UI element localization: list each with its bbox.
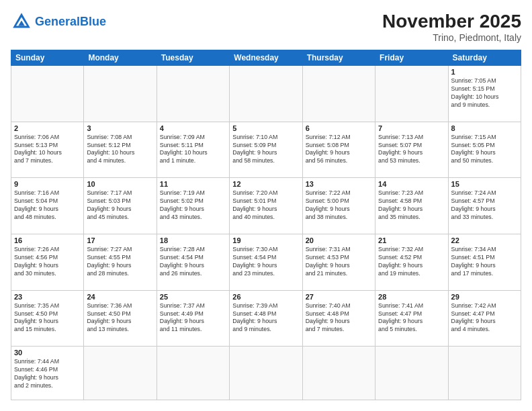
col-header-saturday: Saturday: [448, 50, 521, 66]
day-number: 3: [87, 124, 153, 132]
calendar-cell: 15Sunrise: 7:24 AM Sunset: 4:57 PM Dayli…: [448, 178, 521, 234]
day-info: Sunrise: 7:15 AM Sunset: 5:05 PM Dayligh…: [451, 134, 518, 166]
calendar-cell: 30Sunrise: 7:44 AM Sunset: 4:46 PM Dayli…: [11, 347, 84, 400]
header: GeneralBlue November 2025 Trino, Piedmon…: [11, 11, 521, 43]
day-info: Sunrise: 7:12 AM Sunset: 5:08 PM Dayligh…: [306, 134, 372, 166]
day-info: Sunrise: 7:42 AM Sunset: 4:47 PM Dayligh…: [451, 302, 518, 334]
calendar-cell: [302, 66, 375, 122]
calendar-cell: 17Sunrise: 7:27 AM Sunset: 4:55 PM Dayli…: [84, 234, 157, 291]
day-info: Sunrise: 7:40 AM Sunset: 4:48 PM Dayligh…: [306, 302, 372, 334]
calendar-cell: 1Sunrise: 7:05 AM Sunset: 5:15 PM Daylig…: [448, 66, 521, 122]
calendar-cell: 19Sunrise: 7:30 AM Sunset: 4:54 PM Dayli…: [230, 234, 302, 291]
calendar-cell: [157, 347, 229, 400]
calendar-cell: 21Sunrise: 7:32 AM Sunset: 4:52 PM Dayli…: [375, 234, 448, 291]
calendar-cell: 8Sunrise: 7:15 AM Sunset: 5:05 PM Daylig…: [448, 122, 521, 178]
day-number: 30: [14, 349, 81, 357]
month-title: November 2025: [382, 11, 521, 32]
day-info: Sunrise: 7:26 AM Sunset: 4:56 PM Dayligh…: [14, 246, 81, 278]
calendar-cell: [375, 66, 448, 122]
day-number: 20: [306, 236, 372, 244]
day-info: Sunrise: 7:27 AM Sunset: 4:55 PM Dayligh…: [87, 246, 153, 278]
day-info: Sunrise: 7:16 AM Sunset: 5:04 PM Dayligh…: [14, 189, 81, 222]
calendar-cell: 23Sunrise: 7:35 AM Sunset: 4:50 PM Dayli…: [11, 290, 84, 347]
day-number: 10: [87, 180, 153, 188]
calendar-week-4: 16Sunrise: 7:26 AM Sunset: 4:56 PM Dayli…: [11, 234, 521, 291]
day-info: Sunrise: 7:22 AM Sunset: 5:00 PM Dayligh…: [306, 189, 372, 222]
calendar-cell: [157, 66, 229, 122]
day-number: 18: [160, 236, 226, 244]
calendar-cell: 14Sunrise: 7:23 AM Sunset: 4:58 PM Dayli…: [375, 178, 448, 234]
calendar-cell: 25Sunrise: 7:37 AM Sunset: 4:49 PM Dayli…: [157, 290, 229, 347]
calendar-cell: [230, 347, 302, 400]
day-number: 4: [160, 124, 226, 132]
day-info: Sunrise: 7:24 AM Sunset: 4:57 PM Dayligh…: [451, 189, 518, 222]
day-number: 23: [14, 293, 81, 301]
calendar-cell: 4Sunrise: 7:09 AM Sunset: 5:11 PM Daylig…: [157, 122, 229, 178]
subtitle: Trino, Piedmont, Italy: [382, 32, 521, 43]
day-number: 16: [14, 236, 81, 244]
calendar-header-row: SundayMondayTuesdayWednesdayThursdayFrid…: [11, 50, 521, 66]
day-number: 9: [14, 180, 81, 188]
col-header-wednesday: Wednesday: [230, 50, 302, 66]
day-number: 22: [451, 236, 518, 244]
calendar-cell: 22Sunrise: 7:34 AM Sunset: 4:51 PM Dayli…: [448, 234, 521, 291]
day-info: Sunrise: 7:28 AM Sunset: 4:54 PM Dayligh…: [160, 246, 226, 278]
calendar-cell: 20Sunrise: 7:31 AM Sunset: 4:53 PM Dayli…: [302, 234, 375, 291]
day-info: Sunrise: 7:06 AM Sunset: 5:13 PM Dayligh…: [14, 134, 81, 166]
day-number: 14: [378, 180, 445, 188]
calendar-cell: 24Sunrise: 7:36 AM Sunset: 4:50 PM Dayli…: [84, 290, 157, 347]
day-number: 17: [87, 236, 153, 244]
day-info: Sunrise: 7:35 AM Sunset: 4:50 PM Dayligh…: [14, 302, 81, 334]
day-info: Sunrise: 7:10 AM Sunset: 5:09 PM Dayligh…: [232, 134, 299, 166]
calendar-week-5: 23Sunrise: 7:35 AM Sunset: 4:50 PM Dayli…: [11, 290, 521, 347]
title-block: November 2025 Trino, Piedmont, Italy: [382, 11, 521, 43]
day-number: 12: [232, 180, 299, 188]
logo-blue: Blue: [80, 15, 106, 28]
calendar-week-6: 30Sunrise: 7:44 AM Sunset: 4:46 PM Dayli…: [11, 347, 521, 400]
day-number: 11: [160, 180, 226, 188]
calendar-cell: 13Sunrise: 7:22 AM Sunset: 5:00 PM Dayli…: [302, 178, 375, 234]
day-info: Sunrise: 7:36 AM Sunset: 4:50 PM Dayligh…: [87, 302, 153, 334]
calendar-cell: 18Sunrise: 7:28 AM Sunset: 4:54 PM Dayli…: [157, 234, 229, 291]
calendar-cell: [448, 347, 521, 400]
logo: GeneralBlue: [11, 11, 106, 32]
day-number: 19: [232, 236, 299, 244]
day-number: 26: [232, 293, 299, 301]
day-number: 7: [378, 124, 445, 132]
day-number: 1: [451, 68, 518, 76]
col-header-tuesday: Tuesday: [157, 50, 229, 66]
calendar-cell: [230, 66, 302, 122]
day-info: Sunrise: 7:19 AM Sunset: 5:02 PM Dayligh…: [160, 189, 226, 222]
day-info: Sunrise: 7:08 AM Sunset: 5:12 PM Dayligh…: [87, 134, 153, 166]
calendar-week-1: 1Sunrise: 7:05 AM Sunset: 5:15 PM Daylig…: [11, 66, 521, 122]
calendar-cell: 10Sunrise: 7:17 AM Sunset: 5:03 PM Dayli…: [84, 178, 157, 234]
day-info: Sunrise: 7:34 AM Sunset: 4:51 PM Dayligh…: [451, 246, 518, 278]
calendar-cell: [84, 66, 157, 122]
calendar-cell: 26Sunrise: 7:39 AM Sunset: 4:48 PM Dayli…: [230, 290, 302, 347]
logo-icon: [11, 11, 32, 32]
day-number: 24: [87, 293, 153, 301]
day-number: 27: [306, 293, 372, 301]
col-header-sunday: Sunday: [11, 50, 84, 66]
calendar-week-3: 9Sunrise: 7:16 AM Sunset: 5:04 PM Daylig…: [11, 178, 521, 234]
day-number: 28: [378, 293, 445, 301]
calendar-week-2: 2Sunrise: 7:06 AM Sunset: 5:13 PM Daylig…: [11, 122, 521, 178]
day-info: Sunrise: 7:23 AM Sunset: 4:58 PM Dayligh…: [378, 189, 445, 222]
day-number: 13: [306, 180, 372, 188]
day-number: 25: [160, 293, 226, 301]
day-info: Sunrise: 7:20 AM Sunset: 5:01 PM Dayligh…: [232, 189, 299, 222]
page: GeneralBlue November 2025 Trino, Piedmon…: [0, 0, 532, 411]
calendar-cell: [375, 347, 448, 400]
day-info: Sunrise: 7:17 AM Sunset: 5:03 PM Dayligh…: [87, 189, 153, 222]
day-number: 2: [14, 124, 81, 132]
calendar-cell: 28Sunrise: 7:41 AM Sunset: 4:47 PM Dayli…: [375, 290, 448, 347]
day-info: Sunrise: 7:09 AM Sunset: 5:11 PM Dayligh…: [160, 134, 226, 166]
col-header-thursday: Thursday: [302, 50, 375, 66]
day-number: 5: [232, 124, 299, 132]
calendar-cell: 29Sunrise: 7:42 AM Sunset: 4:47 PM Dayli…: [448, 290, 521, 347]
calendar-cell: 3Sunrise: 7:08 AM Sunset: 5:12 PM Daylig…: [84, 122, 157, 178]
col-header-monday: Monday: [84, 50, 157, 66]
day-info: Sunrise: 7:05 AM Sunset: 5:15 PM Dayligh…: [451, 77, 518, 109]
day-number: 15: [451, 180, 518, 188]
calendar-cell: 2Sunrise: 7:06 AM Sunset: 5:13 PM Daylig…: [11, 122, 84, 178]
